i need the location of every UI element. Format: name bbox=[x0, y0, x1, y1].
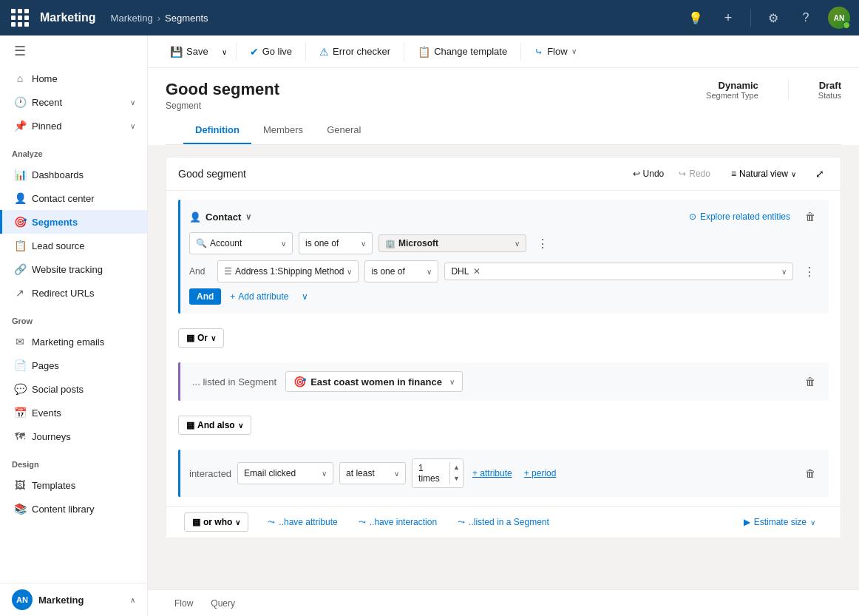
at-least-dropdown[interactable]: at least ∨ bbox=[339, 462, 406, 484]
operator-2-text: is one of bbox=[371, 266, 424, 277]
listed-in-segment-button[interactable]: ⤳ ..listed in a Segment bbox=[450, 513, 557, 531]
contact-delete-button[interactable]: 🗑 bbox=[801, 209, 820, 225]
tab-members[interactable]: Members bbox=[251, 117, 315, 144]
sidebar-item-dashboards[interactable]: 📊 Dashboards bbox=[0, 163, 147, 186]
email-clicked-dropdown[interactable]: Email clicked ∨ bbox=[237, 462, 333, 484]
have-interaction-button[interactable]: ⤳ ..have interaction bbox=[351, 513, 444, 531]
go-live-button[interactable]: ✔ Go live bbox=[242, 40, 299, 64]
sidebar-item-social-posts[interactable]: 💬 Social posts bbox=[0, 377, 147, 401]
shipping-field-dropdown[interactable]: ☰ Address 1:Shipping Method ∨ bbox=[217, 260, 359, 282]
east-coast-segment-dropdown[interactable]: 🎯 East coast women in finance ∨ bbox=[285, 371, 463, 392]
avatar[interactable]: AN bbox=[828, 7, 850, 29]
add-attribute-interaction-button[interactable]: + attribute bbox=[469, 467, 515, 480]
tab-general[interactable]: General bbox=[315, 117, 373, 144]
operator-1-chevron: ∨ bbox=[361, 240, 366, 248]
dhl-value[interactable]: DHL ✕ ∨ bbox=[444, 263, 793, 280]
microsoft-text: Microsoft bbox=[398, 238, 512, 248]
spinner-up-button[interactable]: ▲ bbox=[450, 462, 463, 473]
and-button[interactable]: And bbox=[189, 288, 221, 305]
times-spinner[interactable]: 1 times ▲ ▼ bbox=[412, 458, 464, 488]
sidebar-pinned-label: Pinned bbox=[32, 121, 124, 132]
natural-view-icon: ≡ bbox=[731, 169, 736, 179]
footer-tab-flow[interactable]: Flow bbox=[166, 592, 202, 615]
title-block: Good segment Segment bbox=[166, 80, 279, 111]
listed-trash-icon: 🗑 bbox=[805, 376, 815, 387]
have-attribute-button[interactable]: ⤳ ..have attribute bbox=[260, 513, 344, 531]
undo-button[interactable]: ↩ Undo bbox=[627, 166, 670, 182]
dhl-remove-icon[interactable]: ✕ bbox=[473, 266, 481, 277]
explore-related-button[interactable]: ⊙ Explore related entities bbox=[685, 209, 795, 224]
sidebar-chevron-icon[interactable]: ∧ bbox=[130, 596, 135, 604]
dhl-chevron: ∨ bbox=[781, 268, 787, 276]
account-field-dropdown[interactable]: 🔍 Account ∨ bbox=[189, 232, 293, 254]
sidebar-item-website-tracking[interactable]: 🔗 Website tracking bbox=[0, 257, 147, 281]
toolbar: 💾 Save ∨ ✔ Go live ⚠ Error checker 📋 Cha… bbox=[148, 35, 859, 68]
social-posts-icon: 💬 bbox=[14, 383, 26, 395]
error-checker-button[interactable]: ⚠ Error checker bbox=[312, 40, 398, 64]
condition-2-more-button[interactable]: ⋮ bbox=[799, 263, 820, 281]
trash-icon: 🗑 bbox=[805, 211, 815, 223]
estimate-size-button[interactable]: ▶ Estimate size ∨ bbox=[736, 513, 823, 531]
sidebar-item-marketing-emails[interactable]: ✉ Marketing emails bbox=[0, 330, 147, 353]
save-button[interactable]: 💾 Save bbox=[163, 40, 216, 64]
interacted-label: interacted bbox=[189, 468, 231, 479]
interaction-delete-button[interactable]: 🗑 bbox=[801, 465, 820, 481]
tab-definition[interactable]: Definition bbox=[183, 117, 251, 144]
sidebar-item-redirect-urls[interactable]: ↗ Redirect URLs bbox=[0, 281, 147, 305]
flow-button[interactable]: ⤷ Flow ∨ bbox=[527, 40, 583, 64]
sidebar-item-pages[interactable]: 📄 Pages bbox=[0, 353, 147, 377]
breadcrumb-marketing[interactable]: Marketing bbox=[111, 13, 153, 24]
estimate-label: Estimate size bbox=[754, 517, 807, 527]
status-meta: Draft Status bbox=[818, 80, 841, 100]
content-library-icon: 📚 bbox=[14, 503, 26, 515]
sidebar-item-templates[interactable]: 🖼 Templates bbox=[0, 473, 147, 497]
error-checker-icon: ⚠ bbox=[319, 46, 329, 58]
listed-segment-delete-button[interactable]: 🗑 bbox=[801, 373, 820, 390]
listed-in-segment-block: ... listed in Segment 🎯 East coast women… bbox=[178, 362, 829, 401]
add-attribute-button[interactable]: + Add attribute bbox=[225, 288, 293, 305]
expand-button[interactable]: ⤢ bbox=[811, 165, 829, 183]
plus-icon[interactable]: + bbox=[718, 7, 739, 28]
sidebar-item-segments[interactable]: 🎯 Segments bbox=[0, 210, 147, 234]
help-icon[interactable]: ? bbox=[795, 7, 816, 28]
change-template-label: Change template bbox=[434, 46, 507, 57]
or-label: Or bbox=[197, 333, 208, 343]
sidebar-item-pinned[interactable]: 📌 Pinned ∨ bbox=[0, 114, 147, 138]
sidebar-item-contact-center[interactable]: 👤 Contact center bbox=[0, 186, 147, 210]
breadcrumb-segments[interactable]: Segments bbox=[165, 13, 208, 24]
sidebar-item-events[interactable]: 📅 Events bbox=[0, 401, 147, 424]
or-button[interactable]: ▦ Or ∨ bbox=[178, 328, 224, 348]
have-attribute-icon: ⤳ bbox=[268, 517, 275, 527]
redo-icon: ↪ bbox=[679, 169, 686, 179]
microsoft-value[interactable]: 🏢 Microsoft ∨ bbox=[378, 234, 526, 252]
and-also-chevron-icon: ∨ bbox=[238, 422, 243, 430]
sidebar-hamburger[interactable]: ☰ bbox=[0, 35, 147, 67]
sidebar-item-recent[interactable]: 🕐 Recent ∨ bbox=[0, 90, 147, 114]
sidebar-events-label: Events bbox=[32, 407, 135, 419]
journeys-icon: 🗺 bbox=[14, 430, 26, 442]
change-template-button[interactable]: 📋 Change template bbox=[410, 40, 515, 64]
add-attr-dropdown-button[interactable]: ∨ bbox=[297, 288, 313, 305]
waffle-menu-icon[interactable] bbox=[9, 7, 31, 29]
or-who-button[interactable]: ▦ or who ∨ bbox=[184, 512, 248, 532]
contact-chevron-icon[interactable]: ∨ bbox=[245, 212, 251, 222]
lightbulb-icon[interactable]: 💡 bbox=[685, 7, 706, 28]
explore-icon: ⊙ bbox=[689, 211, 696, 222]
settings-icon[interactable]: ⚙ bbox=[763, 7, 784, 28]
and-also-button[interactable]: ▦ And also ∨ bbox=[178, 416, 251, 435]
website-tracking-icon: 🔗 bbox=[14, 263, 26, 275]
redo-button[interactable]: ↪ Redo bbox=[673, 166, 716, 182]
sidebar-item-lead-source[interactable]: 📋 Lead source bbox=[0, 234, 147, 257]
spinner-down-button[interactable]: ▼ bbox=[450, 473, 463, 484]
sidebar-item-journeys[interactable]: 🗺 Journeys bbox=[0, 424, 147, 448]
footer-tab-query[interactable]: Query bbox=[202, 592, 244, 615]
natural-view-button[interactable]: ≡ Natural view ∨ bbox=[725, 166, 802, 182]
operator-1-dropdown[interactable]: is one of ∨ bbox=[299, 232, 373, 254]
operator-2-dropdown[interactable]: is one of ∨ bbox=[364, 260, 438, 282]
sidebar-item-content-library[interactable]: 📚 Content library bbox=[0, 497, 147, 521]
condition-1-more-button[interactable]: ⋮ bbox=[532, 234, 553, 253]
sidebar-item-home[interactable]: ⌂ Home bbox=[0, 67, 147, 90]
top-navigation: Marketing Marketing › Segments 💡 + ⚙ ? A… bbox=[0, 0, 859, 35]
add-period-button[interactable]: + period bbox=[521, 467, 560, 480]
save-dropdown-button[interactable]: ∨ bbox=[219, 42, 230, 61]
